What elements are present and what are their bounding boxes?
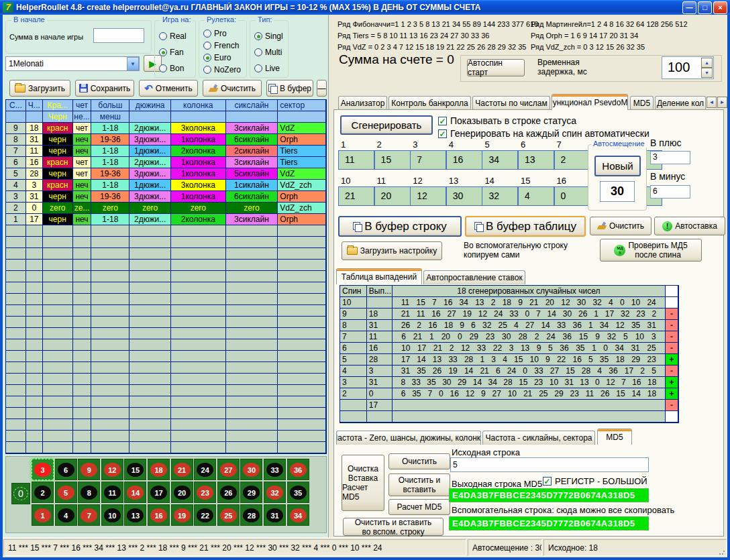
- empty-cell[interactable]: [91, 282, 129, 294]
- empty-cell[interactable]: [26, 396, 43, 408]
- cell[interactable]: 1сиклайн: [226, 180, 278, 191]
- empty-cell[interactable]: [129, 271, 171, 282]
- cell[interactable]: 5: [6, 168, 26, 180]
- board-number-22[interactable]: 22: [194, 504, 216, 526]
- empty-cell[interactable]: [91, 248, 129, 260]
- empty-cell[interactable]: [91, 317, 129, 328]
- empty-cell[interactable]: [171, 328, 226, 339]
- close-button[interactable]: ×: [713, 1, 727, 14]
- empty-cell[interactable]: [73, 294, 92, 305]
- empty-cell[interactable]: [171, 260, 226, 271]
- grid-value-cell[interactable]: 7: [410, 150, 446, 170]
- tab-деление-кол[interactable]: Деление кол: [655, 96, 706, 110]
- cell[interactable]: красн: [43, 157, 73, 168]
- empty-cell[interactable]: [226, 271, 278, 282]
- maximize-button[interactable]: □: [698, 1, 712, 14]
- empty-cell[interactable]: [43, 431, 73, 442]
- board-number-16[interactable]: 16: [148, 504, 170, 526]
- empty-cell[interactable]: [73, 362, 92, 374]
- start-sum-input[interactable]: [93, 28, 144, 43]
- drops-numbers-cell[interactable]: 833353029143428152310311301271618: [393, 377, 666, 388]
- cell[interactable]: черн: [43, 191, 73, 203]
- radio-icon[interactable]: [203, 30, 211, 38]
- cell[interactable]: 4: [6, 180, 26, 191]
- empty-cell[interactable]: [278, 351, 326, 362]
- board-number-28[interactable]: 28: [240, 504, 262, 526]
- radio-icon[interactable]: [254, 32, 262, 40]
- cell[interactable]: неч: [73, 134, 92, 146]
- collapse-button[interactable]: —: [317, 80, 327, 97]
- md5-calc-button[interactable]: Расчет MD5: [388, 499, 450, 515]
- empty-cell[interactable]: [26, 225, 43, 237]
- cell[interactable]: 1колонка: [171, 168, 226, 180]
- tab-контроль-банкролла[interactable]: Контроль банкролла: [388, 96, 471, 110]
- empty-cell[interactable]: [226, 442, 278, 453]
- radio-option-nozero[interactable]: NoZero: [203, 65, 241, 74]
- tab-частота-сиклайны-сектора[interactable]: Частота - сиклайны, сектора: [482, 431, 595, 445]
- empty-cell[interactable]: [226, 362, 278, 374]
- drops-numbers-cell[interactable]: 2621618963225427143336134123531: [393, 320, 666, 331]
- grid-value-cell[interactable]: 4: [518, 186, 554, 206]
- autobet-button[interactable]: ! Автоставка: [654, 217, 725, 235]
- radio-icon[interactable]: [254, 64, 262, 72]
- cell[interactable]: 6сиклайн: [226, 191, 278, 203]
- cell[interactable]: черн: [43, 168, 73, 180]
- empty-cell[interactable]: [73, 408, 92, 419]
- cell[interactable]: 8: [6, 134, 26, 146]
- generate-button[interactable]: Сгенерировать: [340, 115, 433, 135]
- radio-icon[interactable]: [203, 54, 211, 62]
- cell[interactable]: Tiers: [278, 146, 326, 157]
- empty-cell[interactable]: [278, 237, 326, 248]
- tab-функционал-psevdoms[interactable]: Функционал PsevdoMS: [552, 94, 628, 110]
- empty-cell[interactable]: [6, 260, 26, 271]
- drops-num-cell[interactable]: [367, 297, 393, 309]
- empty-cell[interactable]: [73, 419, 92, 431]
- cell[interactable]: неч: [73, 191, 92, 203]
- cell[interactable]: zero: [129, 203, 171, 214]
- cell[interactable]: черн: [43, 146, 73, 157]
- empty-cell[interactable]: [26, 442, 43, 453]
- status-checkbox[interactable]: ✓: [438, 117, 447, 125]
- drops-numbers-cell[interactable]: 63570161292710212529231126151418: [393, 388, 666, 400]
- cell[interactable]: 2дюжи...: [129, 157, 171, 168]
- empty-cell[interactable]: [171, 419, 226, 431]
- board-number-33[interactable]: 33: [264, 459, 286, 480]
- empty-cell[interactable]: [278, 374, 326, 385]
- cell[interactable]: 2дюжи...: [129, 214, 171, 225]
- drops-num-cell[interactable]: 31: [367, 377, 393, 388]
- empty-cell[interactable]: [26, 282, 43, 294]
- empty-cell[interactable]: [171, 282, 226, 294]
- empty-cell[interactable]: [91, 431, 129, 442]
- empty-cell[interactable]: [129, 225, 171, 237]
- empty-cell[interactable]: [26, 374, 43, 385]
- empty-cell[interactable]: [26, 408, 43, 419]
- empty-cell[interactable]: [129, 419, 171, 431]
- cell[interactable]: 18: [26, 123, 43, 134]
- md5-wide-button[interactable]: Очистить и вставитьво вспом. строку: [343, 518, 444, 536]
- board-number-19[interactable]: 19: [171, 504, 193, 526]
- empty-cell[interactable]: [6, 385, 26, 396]
- tab-частота-zero-шансы-дюжины-колонки[interactable]: Частота - Zero, шансы, дюжины, колонки: [336, 431, 481, 445]
- empty-cell[interactable]: [73, 305, 92, 317]
- buffer-table-button[interactable]: В буфер таблицу: [465, 216, 586, 237]
- empty-cell[interactable]: [129, 362, 171, 374]
- new-button[interactable]: Новый: [594, 156, 641, 176]
- drops-spin-cell[interactable]: 4: [340, 366, 367, 377]
- empty-cell[interactable]: [26, 419, 43, 431]
- cell[interactable]: VdZ: [278, 123, 326, 134]
- empty-cell[interactable]: [226, 419, 278, 431]
- empty-cell[interactable]: [91, 271, 129, 282]
- cell[interactable]: 3: [26, 180, 43, 191]
- cell[interactable]: 6: [6, 157, 26, 168]
- drops-num-cell[interactable]: 18: [367, 309, 393, 320]
- empty-cell[interactable]: [6, 408, 26, 419]
- empty-cell[interactable]: [171, 294, 226, 305]
- empty-cell[interactable]: [26, 248, 43, 260]
- board-number-27[interactable]: 27: [217, 459, 240, 480]
- empty-cell[interactable]: [226, 396, 278, 408]
- tab-частоты-по-числам[interactable]: Частоты по числам: [472, 96, 550, 110]
- cell[interactable]: чет: [73, 123, 92, 134]
- empty-cell[interactable]: [73, 339, 92, 351]
- empty-cell[interactable]: [278, 362, 326, 374]
- empty-cell[interactable]: [278, 396, 326, 408]
